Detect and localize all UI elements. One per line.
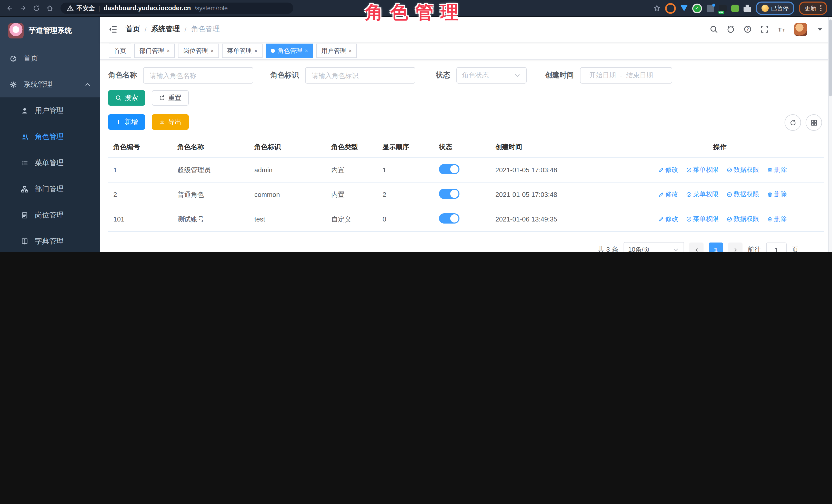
table-refresh-button[interactable] <box>785 114 801 131</box>
sidebar-item-dict[interactable]: 字典管理 <box>0 228 100 252</box>
tab-首页[interactable]: 首页 <box>109 44 131 58</box>
page-suffix-label: 页 <box>792 245 799 252</box>
breadcrumb-item[interactable]: 系统管理 <box>151 25 180 34</box>
close-icon[interactable]: × <box>349 48 352 54</box>
sidebar-item-label: 系统管理 <box>24 80 52 89</box>
delete-link[interactable]: 删除 <box>767 190 787 199</box>
status-toggle[interactable] <box>439 189 460 199</box>
data-permission-link[interactable]: 数据权限 <box>726 215 759 223</box>
dashboard-icon <box>9 55 18 62</box>
sidebar-item-label: 岗位管理 <box>35 210 63 220</box>
browser-back-icon[interactable] <box>6 5 13 12</box>
bookmark-star-icon[interactable] <box>653 5 660 12</box>
extension-icon[interactable] <box>731 4 739 12</box>
status-select[interactable]: 角色状态 <box>457 67 527 84</box>
window-scrollbar[interactable] <box>828 17 832 252</box>
menu-permission-link[interactable]: 菜单权限 <box>686 190 719 199</box>
edit-icon <box>658 192 664 197</box>
tab-label: 首页 <box>114 46 126 55</box>
app-title: 芋道管理系统 <box>29 26 72 35</box>
tab-部门管理[interactable]: 部门管理× <box>134 44 175 58</box>
data-permission-link[interactable]: 数据权限 <box>726 190 759 199</box>
browser-home-icon[interactable] <box>46 5 53 12</box>
edit-link[interactable]: 修改 <box>658 215 678 223</box>
sidebar-item-post[interactable]: 岗位管理 <box>0 202 100 228</box>
edit-link[interactable]: 修改 <box>658 190 678 199</box>
search-button[interactable]: 搜索 <box>108 90 145 106</box>
action-label: 删除 <box>774 215 787 223</box>
role-key-input[interactable] <box>305 67 415 84</box>
scrollbar-thumb[interactable] <box>829 20 832 97</box>
tab-岗位管理[interactable]: 岗位管理× <box>178 44 219 58</box>
prev-page-button[interactable] <box>689 242 704 252</box>
next-page-button[interactable] <box>728 242 743 252</box>
action-label: 删除 <box>774 166 787 174</box>
sidebar-item-dashboard[interactable]: 首页 <box>0 45 100 71</box>
extension-icon[interactable] <box>680 5 687 11</box>
menu-fold-icon[interactable] <box>108 25 118 34</box>
page-number-1[interactable]: 1 <box>709 242 723 252</box>
status-toggle[interactable] <box>439 164 460 174</box>
github-icon[interactable] <box>727 25 735 33</box>
reset-button[interactable]: 重置 <box>152 90 189 106</box>
security-status[interactable]: 不安全 <box>67 4 95 12</box>
sidebar-item-tree[interactable]: 部门管理 <box>0 176 100 202</box>
close-icon[interactable]: × <box>210 48 214 54</box>
extension-icon[interactable]: ✓ <box>692 3 702 13</box>
cell-status <box>434 213 490 225</box>
cell-status <box>434 164 490 176</box>
close-icon[interactable]: × <box>167 48 170 54</box>
tab-菜单管理[interactable]: 菜单管理× <box>222 44 263 58</box>
export-button[interactable]: 导出 <box>152 114 189 130</box>
gear-icon <box>9 81 18 88</box>
delete-link[interactable]: 删除 <box>767 166 787 174</box>
page-size-select[interactable]: 10条/页 <box>624 242 684 252</box>
browser-forward-icon[interactable] <box>20 5 27 12</box>
fullscreen-icon[interactable] <box>760 25 769 33</box>
cell-create-time: 2021-01-05 17:03:48 <box>490 191 616 198</box>
sidebar-item-menu[interactable]: 菜单管理 <box>0 150 100 176</box>
extension-icon[interactable] <box>706 4 714 12</box>
delete-link[interactable]: 删除 <box>767 215 787 223</box>
menu-permission-link[interactable]: 菜单权限 <box>686 215 719 223</box>
cell-role-id: 2 <box>108 191 172 198</box>
cell-status <box>434 189 490 201</box>
profile-paused-chip[interactable]: 已暂停 <box>756 2 794 15</box>
cell-role-type: 内置 <box>326 190 378 199</box>
data-permission-link[interactable]: 数据权限 <box>726 166 759 174</box>
font-size-icon[interactable]: TT <box>777 25 786 33</box>
breadcrumb-item[interactable]: 首页 <box>126 25 140 34</box>
extension-icon[interactable] <box>719 4 726 12</box>
caret-down-icon[interactable] <box>816 25 824 33</box>
status-toggle[interactable] <box>439 213 460 223</box>
extensions-puzzle-icon[interactable] <box>743 4 751 12</box>
add-button[interactable]: 新增 <box>108 114 145 130</box>
sidebar-item-user[interactable]: 用户管理 <box>0 98 100 124</box>
tab-用户管理[interactable]: 用户管理× <box>316 44 357 58</box>
sidebar-item-gear[interactable]: 系统管理 <box>0 71 100 98</box>
address-bar[interactable]: 不安全 | dashboard.yudao.iocoder.cn /system… <box>60 3 293 14</box>
sidebar-item-role[interactable]: 角色管理 <box>0 124 100 150</box>
role-key-label: 角色标识 <box>270 71 299 80</box>
sidebar-item-label: 部门管理 <box>35 184 63 193</box>
browser-menu-icon[interactable] <box>820 4 822 12</box>
edit-link[interactable]: 修改 <box>658 166 678 174</box>
user-avatar[interactable] <box>794 23 807 36</box>
tab-角色管理[interactable]: 角色管理× <box>266 44 313 58</box>
app-logo[interactable]: 芋道管理系统 <box>0 17 100 45</box>
create-time-range-picker[interactable]: 开始日期 - 结束日期 <box>580 67 672 84</box>
menu-permission-link[interactable]: 菜单权限 <box>686 166 719 174</box>
close-icon[interactable]: × <box>305 48 308 54</box>
close-icon[interactable]: × <box>254 48 258 54</box>
extension-icon[interactable] <box>665 3 676 14</box>
update-button[interactable]: 更新 <box>799 2 827 15</box>
role-name-input[interactable] <box>143 67 253 84</box>
column-settings-button[interactable] <box>806 114 822 131</box>
url-domain: dashboard.yudao.iocoder.cn <box>104 5 191 12</box>
search-icon[interactable] <box>710 25 718 33</box>
goto-page-input[interactable] <box>766 242 787 252</box>
help-icon[interactable]: ? <box>744 25 752 33</box>
browser-reload-icon[interactable] <box>33 5 40 12</box>
breadcrumb-item: 角色管理 <box>191 25 220 34</box>
download-icon <box>159 119 165 125</box>
